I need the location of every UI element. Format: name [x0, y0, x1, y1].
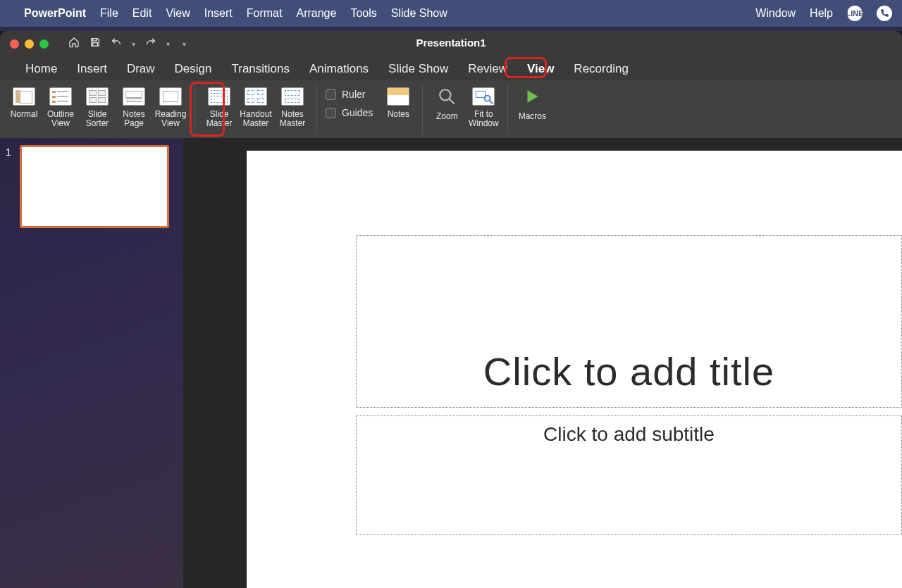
- tab-animations[interactable]: Animations: [299, 58, 378, 80]
- notes-page-icon: [123, 87, 145, 106]
- quick-access-toolbar: ▾ ▾ ▾: [68, 37, 186, 51]
- menu-insert[interactable]: Insert: [204, 7, 233, 20]
- reading-view-label: Reading View: [155, 110, 187, 128]
- menu-edit[interactable]: Edit: [132, 7, 152, 20]
- tab-view[interactable]: View: [517, 58, 564, 80]
- menu-format[interactable]: Format: [247, 7, 283, 20]
- menu-tools[interactable]: Tools: [350, 7, 376, 20]
- slide-thumbnail[interactable]: [20, 145, 169, 228]
- undo-dropdown-icon[interactable]: ▾: [132, 40, 135, 48]
- redo-dropdown-icon[interactable]: ▾: [166, 40, 170, 48]
- zoom-icon: [436, 87, 457, 108]
- notes-button[interactable]: Notes: [380, 83, 416, 119]
- notes-master-icon: [281, 87, 304, 106]
- slide-sorter-label: Slide Sorter: [86, 110, 109, 128]
- fit-to-window-icon: [472, 87, 495, 106]
- slide-sorter-icon: [86, 87, 109, 106]
- normal-view-label: Normal: [11, 110, 38, 119]
- menu-slideshow[interactable]: Slide Show: [391, 7, 447, 20]
- fit-to-window-label: Fit to Window: [469, 110, 499, 128]
- ribbon-group-show: Ruler Guides Notes: [317, 80, 422, 138]
- notes-master-button[interactable]: Notes Master: [274, 83, 311, 128]
- fullscreen-window-button[interactable]: [39, 39, 49, 49]
- guides-label: Guides: [342, 107, 373, 118]
- outline-view-button[interactable]: Outline View: [42, 83, 79, 128]
- ribbon-group-presentation-views: Normal Outline View Slide Sorter Notes P…: [0, 80, 194, 138]
- slide-master-icon: [208, 87, 230, 106]
- svg-line-5: [490, 100, 493, 104]
- svg-line-3: [450, 99, 455, 104]
- title-placeholder-text: Click to add title: [483, 349, 774, 407]
- ribbon-view: Normal Outline View Slide Sorter Notes P…: [0, 80, 902, 138]
- checkbox-icon: [326, 89, 336, 100]
- window-titlebar: ▾ ▾ ▾: [0, 31, 902, 56]
- slide-sorter-button[interactable]: Slide Sorter: [79, 83, 116, 128]
- window-controls: [0, 39, 49, 49]
- app-menu[interactable]: PowerPoint: [24, 7, 86, 20]
- notes-icon: [387, 87, 409, 106]
- ruler-checkbox[interactable]: Ruler: [326, 89, 373, 100]
- zoom-button[interactable]: Zoom: [428, 83, 465, 121]
- macros-button[interactable]: Macros: [514, 83, 550, 121]
- subtitle-placeholder-text: Click to add subtitle: [357, 416, 901, 446]
- menu-window[interactable]: Window: [755, 7, 796, 20]
- notes-label: Notes: [388, 110, 409, 119]
- customize-qat-icon[interactable]: ▾: [183, 40, 186, 48]
- redo-icon[interactable]: [145, 37, 156, 51]
- normal-view-icon: [13, 87, 35, 106]
- reading-view-icon: [159, 87, 182, 106]
- tab-transitions[interactable]: Transitions: [221, 58, 299, 80]
- fit-to-window-button[interactable]: Fit to Window: [465, 83, 502, 128]
- svg-rect-0: [93, 39, 97, 41]
- ribbon-group-zoom: Zoom Fit to Window: [423, 80, 507, 138]
- notes-page-button[interactable]: Notes Page: [116, 83, 152, 128]
- slide-master-button[interactable]: Slide Master: [201, 83, 237, 128]
- handout-master-label: Handout Master: [240, 110, 271, 128]
- tab-draw[interactable]: Draw: [117, 58, 165, 80]
- macros-label: Macros: [519, 112, 546, 121]
- slide-thumbnail-item[interactable]: 1: [6, 145, 178, 228]
- home-icon[interactable]: [68, 37, 80, 51]
- subtitle-placeholder[interactable]: Click to add subtitle: [356, 415, 902, 535]
- tab-review[interactable]: Review: [458, 58, 517, 80]
- slide-number: 1: [6, 145, 16, 228]
- close-window-button[interactable]: [10, 39, 19, 49]
- mac-menubar: PowerPoint File Edit View Insert Format …: [0, 0, 902, 27]
- slide[interactable]: Click to add title Click to add subtitle: [247, 151, 902, 588]
- outline-view-label: Outline View: [47, 110, 74, 128]
- workspace: 1 Click to add title Click to add subtit…: [0, 138, 902, 588]
- checkbox-icon: [326, 108, 336, 118]
- tab-design[interactable]: Design: [165, 58, 222, 80]
- outline-view-icon: [49, 87, 72, 106]
- line-status-icon[interactable]: LINE: [847, 6, 863, 21]
- menu-arrange[interactable]: Arrange: [296, 7, 336, 20]
- menu-view[interactable]: View: [166, 7, 190, 20]
- viber-status-icon[interactable]: [877, 6, 892, 21]
- ribbon-group-master-views: Slide Master Handout Master Notes Master: [195, 80, 316, 138]
- macros-icon: [523, 87, 541, 108]
- normal-view-button[interactable]: Normal: [6, 83, 42, 119]
- notes-page-label: Notes Page: [123, 110, 144, 128]
- reading-view-button[interactable]: Reading View: [152, 83, 189, 128]
- ribbon-group-macros: Macros: [508, 80, 556, 138]
- svg-rect-1: [93, 43, 98, 46]
- tab-insert[interactable]: Insert: [67, 58, 117, 80]
- tab-slideshow[interactable]: Slide Show: [378, 58, 458, 80]
- undo-icon[interactable]: [111, 37, 122, 51]
- ribbon-tabs: Home Insert Draw Design Transitions Anim…: [0, 56, 902, 80]
- slide-thumbnails-panel[interactable]: 1: [0, 138, 183, 588]
- handout-master-icon: [245, 87, 267, 106]
- slide-canvas-area[interactable]: Click to add title Click to add subtitle: [183, 138, 902, 588]
- title-placeholder[interactable]: Click to add title: [356, 235, 902, 408]
- menu-help[interactable]: Help: [810, 7, 833, 20]
- guides-checkbox[interactable]: Guides: [326, 107, 373, 118]
- svg-marker-6: [528, 90, 538, 102]
- save-icon[interactable]: [89, 37, 101, 51]
- tab-recording[interactable]: Recording: [564, 58, 638, 80]
- svg-point-2: [440, 89, 451, 100]
- menu-file[interactable]: File: [100, 7, 118, 20]
- minimize-window-button[interactable]: [25, 39, 34, 49]
- handout-master-button[interactable]: Handout Master: [237, 83, 274, 128]
- tab-home[interactable]: Home: [16, 58, 67, 80]
- notes-master-label: Notes Master: [280, 110, 306, 128]
